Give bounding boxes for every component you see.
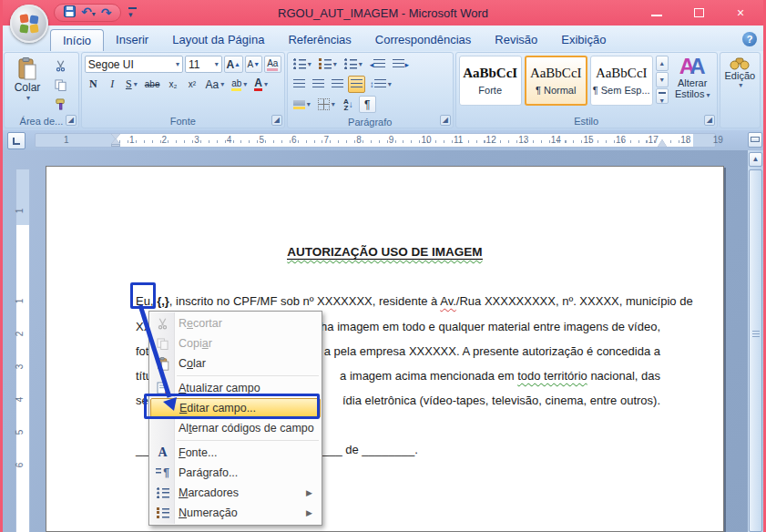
shrink-font-button[interactable]: A▼ (245, 56, 262, 73)
italic-button[interactable]: I (104, 76, 121, 93)
ruler-number: 6 (15, 463, 25, 468)
menu-item-icon-cell: ¶ (150, 466, 175, 479)
minimize-button[interactable] (647, 4, 667, 22)
styles-scroll-down-button[interactable]: ▼ (656, 72, 669, 87)
document-text-line[interactable]: a pela empresa XXXXXX. A presente autori… (324, 343, 660, 360)
font-color-button[interactable]: A▾ (251, 76, 271, 93)
font-name-dropdown-icon[interactable]: ▾ (176, 60, 179, 68)
menu-item-paragrafo[interactable]: ¶Parágrafo... (150, 463, 321, 483)
sort-button[interactable]: AZ ↓ (340, 96, 357, 113)
vertical-scrollbar[interactable]: ▲ (748, 150, 763, 532)
change-case-dropdown-icon[interactable]: ▾ (220, 80, 224, 88)
editing-group: Edição ▾ (720, 52, 761, 128)
bold-button[interactable]: N (85, 76, 102, 93)
font-color-dropdown-icon[interactable]: ▾ (264, 80, 268, 88)
highlight-button[interactable]: ab▾ (229, 76, 250, 93)
format-painter-icon (55, 98, 66, 110)
paste-dropdown-icon[interactable]: ▾ (26, 94, 30, 102)
subscript-button[interactable]: x₂ (165, 76, 182, 93)
customize-qat-button[interactable]: ▾ (128, 7, 137, 19)
style-normal[interactable]: AaBbCcI¶ Normal (525, 56, 587, 106)
font-size-select[interactable]: 11 ▾ (185, 56, 222, 73)
multilevel-list-button[interactable]: ▾ (342, 56, 365, 73)
decrease-indent-button[interactable]: ◂ (367, 56, 389, 73)
styles-more-button[interactable]: ▼ (656, 88, 669, 104)
close-button[interactable]: × (730, 4, 751, 22)
tab-inserir[interactable]: Inserir (104, 29, 160, 51)
ruler-number: 15 (583, 135, 593, 145)
bullets-button[interactable]: ▾ (291, 56, 314, 73)
ruler-toggle-button[interactable] (748, 132, 762, 148)
numbering-button[interactable]: ▾ (316, 56, 340, 73)
left-indent-marker[interactable] (111, 144, 120, 147)
ruler-number: 3 (194, 135, 199, 145)
copy-button[interactable] (51, 77, 69, 93)
maximize-button[interactable] (689, 4, 709, 22)
document-title[interactable]: AUTORIZAÇÃO USO DE IMAGEM (46, 245, 723, 259)
font-dialog-launcher[interactable]: ◢ (271, 115, 282, 126)
vertical-ruler: 1123456 (15, 169, 30, 532)
office-button[interactable] (10, 5, 48, 43)
help-button[interactable]: ? (742, 32, 757, 46)
menu-item-label: Fonte... (175, 446, 321, 459)
menu-item-marcadores[interactable]: Marcadores▶ (150, 483, 321, 503)
right-indent-marker[interactable] (658, 139, 667, 147)
borders-button[interactable]: ▾ (315, 96, 338, 113)
increase-indent-button[interactable]: ▸ (390, 56, 412, 73)
styles-dialog-launcher[interactable]: ◢ (704, 115, 715, 126)
tab-revisao[interactable]: Revisão (483, 29, 549, 51)
tab-referencias[interactable]: Referências (276, 29, 363, 51)
shading-button[interactable]: ▾ (291, 96, 313, 113)
paste-button[interactable]: Colar ▾ (7, 56, 47, 114)
font-name-select[interactable]: Segoe UI ▾ (85, 56, 183, 73)
change-styles-button[interactable]: AA Alterar Estilos▾ (671, 56, 714, 99)
scroll-up-button[interactable]: ▲ (749, 152, 762, 167)
strikethrough-button[interactable]: abe (142, 76, 163, 93)
grow-font-button[interactable]: A▲ (224, 56, 243, 73)
align-center-button[interactable] (310, 76, 327, 93)
tab-layout-da-pagina[interactable]: Layout da Página (160, 29, 276, 51)
cut-button[interactable] (51, 57, 69, 74)
ruler-number: 2 (15, 332, 25, 337)
tab-correspondencias[interactable]: Correspondências (363, 29, 484, 51)
document-text-line[interactable]: ha imagem em todo e qualquer material en… (321, 319, 660, 335)
document-text-line[interactable]: a imagem acima mencionada em todo territ… (340, 368, 660, 384)
redo-button[interactable]: ↷ (101, 5, 112, 21)
clipboard-dialog-launcher[interactable]: ◢ (66, 115, 77, 126)
save-button[interactable] (64, 5, 76, 21)
highlight-dropdown-icon[interactable]: ▾ (243, 80, 247, 88)
align-left-button[interactable] (291, 76, 308, 93)
document-text-line[interactable]: Eu, {,}, inscrito no CPF/MF sob nº XXXXX… (136, 293, 693, 310)
scrollbar-thumb[interactable] (749, 169, 762, 532)
editing-button[interactable]: Edição ▾ (720, 53, 760, 89)
paragraph-dialog-launcher[interactable]: ◢ (440, 115, 451, 126)
show-hide-pilcrow-button[interactable]: ¶ (359, 96, 376, 113)
menu-item-fonte[interactable]: AFonte... (150, 443, 321, 463)
underline-dropdown-icon[interactable]: ▾ (134, 80, 138, 88)
tab-exibicao[interactable]: Exibição (549, 29, 618, 51)
line-spacing-button[interactable]: ↕▾ (367, 76, 394, 93)
style-sem-esp[interactable]: AaBbCcI¶ Sem Esp... (590, 56, 653, 106)
style-forte[interactable]: AaBbCcIForte (459, 56, 522, 106)
signature-line[interactable]: ___ de ________. (322, 442, 418, 458)
document-text-line[interactable]: ídia eletrônica (vídeo-tapes, televisão,… (342, 393, 660, 409)
undo-button[interactable]: ↶▾ (81, 4, 96, 23)
undo-dropdown-icon[interactable]: ▾ (92, 10, 96, 18)
menu-item-numeracao[interactable]: Numeração▶ (150, 503, 321, 523)
tab-inicio[interactable]: Início (50, 29, 104, 51)
underline-button[interactable]: S▾ (123, 76, 140, 93)
change-case-button[interactable]: Aa▾ (203, 76, 228, 93)
menu-separator (177, 440, 319, 441)
format-painter-button[interactable] (51, 96, 69, 112)
font-size-dropdown-icon[interactable]: ▾ (215, 60, 219, 68)
editing-dropdown-icon[interactable]: ▾ (739, 81, 742, 89)
clear-formatting-button[interactable]: Aa (264, 56, 281, 73)
align-right-button[interactable] (329, 76, 346, 93)
justify-button[interactable] (348, 76, 365, 93)
superscript-button[interactable]: x² (184, 76, 201, 93)
change-styles-label-1: Alterar (678, 77, 707, 88)
change-styles-label-2: Estilos (675, 88, 704, 99)
styles-scroll-up-button[interactable]: ▲ (656, 56, 669, 71)
sort-arrow-icon: ↓ (349, 99, 353, 109)
tab-stop-selector[interactable] (7, 132, 26, 149)
